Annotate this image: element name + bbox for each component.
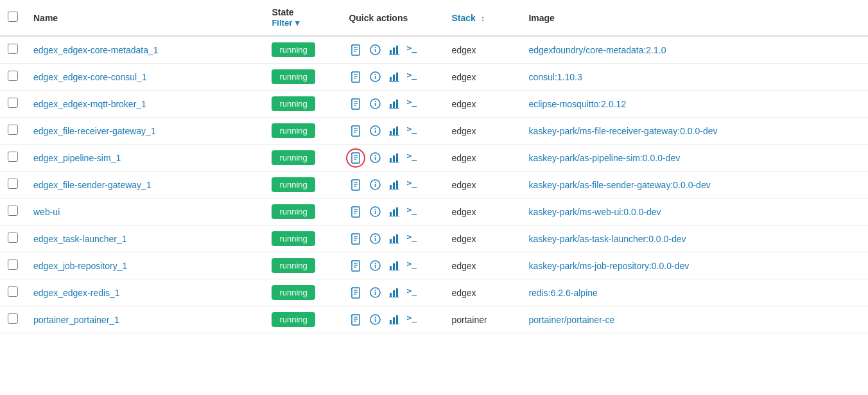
logs-icon[interactable]	[349, 178, 363, 192]
container-image[interactable]: kaskey-park/ms-job-repository:0.0.0-dev	[521, 252, 868, 279]
container-image[interactable]: portainer/portainer-ce	[521, 306, 868, 333]
select-all-header[interactable]	[0, 0, 26, 36]
row-checkbox[interactable]	[8, 206, 18, 216]
inspect-icon[interactable]	[368, 205, 382, 219]
svg-rect-22	[352, 99, 360, 109]
logs-icon[interactable]	[349, 205, 363, 219]
container-image[interactable]: eclipse-mosquitto:2.0.12	[521, 91, 868, 118]
inspect-icon[interactable]	[368, 286, 382, 300]
stats-icon[interactable]	[387, 43, 401, 57]
svg-rect-62	[390, 185, 392, 189]
inspect-icon[interactable]	[368, 124, 382, 138]
container-stack: edgex	[444, 279, 521, 306]
container-image[interactable]: kaskey-park/as-pipeline-sim:0.0.0-dev	[521, 145, 868, 171]
svg-rect-31	[396, 100, 398, 108]
stats-icon[interactable]	[387, 313, 401, 327]
row-checkbox[interactable]	[8, 152, 18, 162]
row-checkbox[interactable]	[8, 286, 18, 297]
svg-rect-119	[396, 315, 398, 324]
logs-icon[interactable]	[349, 70, 363, 84]
select-all-checkbox[interactable]	[8, 12, 18, 22]
container-name[interactable]: edgex_edgex-core-consul_1	[26, 64, 264, 91]
container-name[interactable]: edgex_task-launcher_1	[26, 225, 264, 252]
exec-icon[interactable]: >_	[406, 232, 421, 246]
container-stack: edgex	[444, 36, 521, 64]
container-image[interactable]: kaskey-park/as-file-sender-gateway:0.0.0…	[521, 171, 868, 198]
row-checkbox[interactable]	[8, 179, 18, 189]
container-image[interactable]: kaskey-park/as-task-launcher:0.0.0-dev	[521, 225, 868, 252]
exec-icon[interactable]: >_	[406, 124, 421, 138]
container-name[interactable]: web-ui	[26, 198, 264, 225]
svg-rect-85	[393, 236, 395, 243]
row-checkbox[interactable]	[8, 71, 18, 81]
row-checkbox[interactable]	[8, 44, 18, 54]
inspect-icon[interactable]	[368, 313, 382, 327]
row-checkbox[interactable]	[8, 233, 18, 243]
container-state: running	[264, 118, 341, 145]
row-checkbox[interactable]	[8, 313, 18, 324]
logs-icon[interactable]	[349, 43, 363, 57]
stack-sort-icon: ↕	[481, 14, 485, 23]
inspect-icon[interactable]	[368, 151, 382, 165]
container-state: running	[264, 306, 341, 333]
logs-icon[interactable]	[349, 232, 363, 246]
actions-group: >_	[349, 205, 436, 219]
exec-icon[interactable]: >_	[406, 286, 421, 300]
container-image[interactable]: kaskey-park/ms-web-ui:0.0.0-dev	[521, 198, 868, 225]
svg-rect-52	[393, 155, 395, 162]
container-name[interactable]: edgex_edgex-core-metadata_1	[26, 36, 264, 64]
container-name[interactable]: edgex_job-repository_1	[26, 252, 264, 279]
table-row: edgex_edgex-mqtt-broker_1running	[0, 91, 868, 118]
logs-icon[interactable]	[349, 259, 363, 273]
exec-icon[interactable]: >_	[406, 205, 421, 219]
inspect-icon[interactable]	[368, 259, 382, 273]
exec-icon[interactable]: >_	[406, 43, 421, 57]
logs-icon[interactable]	[349, 151, 363, 165]
logs-icon[interactable]	[349, 286, 363, 300]
exec-icon[interactable]: >_	[406, 178, 421, 192]
logs-icon[interactable]	[349, 124, 363, 138]
container-name[interactable]: portainer_portainer_1	[26, 306, 264, 333]
logs-icon[interactable]	[349, 97, 363, 111]
stack-column-header[interactable]: Stack ↕	[444, 0, 521, 36]
container-image[interactable]: kaskey-park/ms-file-receiver-gateway:0.0…	[521, 118, 868, 145]
exec-icon[interactable]: >_	[406, 151, 421, 165]
stats-icon[interactable]	[387, 178, 401, 192]
state-filter[interactable]: Filter ▼	[272, 18, 333, 29]
container-stack: edgex	[444, 171, 521, 198]
stats-icon[interactable]	[387, 151, 401, 165]
table-row: edgex_edgex-core-consul_1running	[0, 64, 868, 91]
row-checkbox[interactable]	[8, 125, 18, 135]
exec-icon[interactable]: >_	[406, 313, 421, 327]
svg-rect-63	[393, 182, 395, 189]
actions-group: >_	[349, 259, 436, 273]
quick-actions-cell: >_	[341, 64, 444, 91]
inspect-icon[interactable]	[368, 97, 382, 111]
inspect-icon[interactable]	[368, 178, 382, 192]
row-checkbox[interactable]	[8, 98, 18, 108]
container-name[interactable]: edgex_edgex-mqtt-broker_1	[26, 91, 264, 118]
exec-icon[interactable]: >_	[406, 70, 421, 84]
stats-icon[interactable]	[387, 232, 401, 246]
container-image[interactable]: redis:6.2.6-alpine	[521, 279, 868, 306]
actions-group: >_	[349, 43, 436, 57]
stats-icon[interactable]	[387, 286, 401, 300]
exec-icon[interactable]: >_	[406, 97, 421, 111]
inspect-icon[interactable]	[368, 70, 382, 84]
stats-icon[interactable]	[387, 70, 401, 84]
stats-icon[interactable]	[387, 259, 401, 273]
container-name[interactable]: edgex_file-receiver-gateway_1	[26, 118, 264, 145]
container-image[interactable]: edgexfoundry/core-metadata:2.1.0	[521, 36, 868, 64]
stats-icon[interactable]	[387, 97, 401, 111]
inspect-icon[interactable]	[368, 43, 382, 57]
container-name[interactable]: edgex_file-sender-gateway_1	[26, 171, 264, 198]
stats-icon[interactable]	[387, 205, 401, 219]
container-image[interactable]: consul:1.10.3	[521, 64, 868, 91]
stats-icon[interactable]	[387, 124, 401, 138]
container-name[interactable]: edgex_edgex-redis_1	[26, 279, 264, 306]
exec-icon[interactable]: >_	[406, 259, 421, 273]
container-name[interactable]: edgex_pipeline-sim_1	[26, 145, 264, 171]
row-checkbox[interactable]	[8, 259, 18, 270]
inspect-icon[interactable]	[368, 232, 382, 246]
logs-icon[interactable]	[349, 313, 363, 327]
